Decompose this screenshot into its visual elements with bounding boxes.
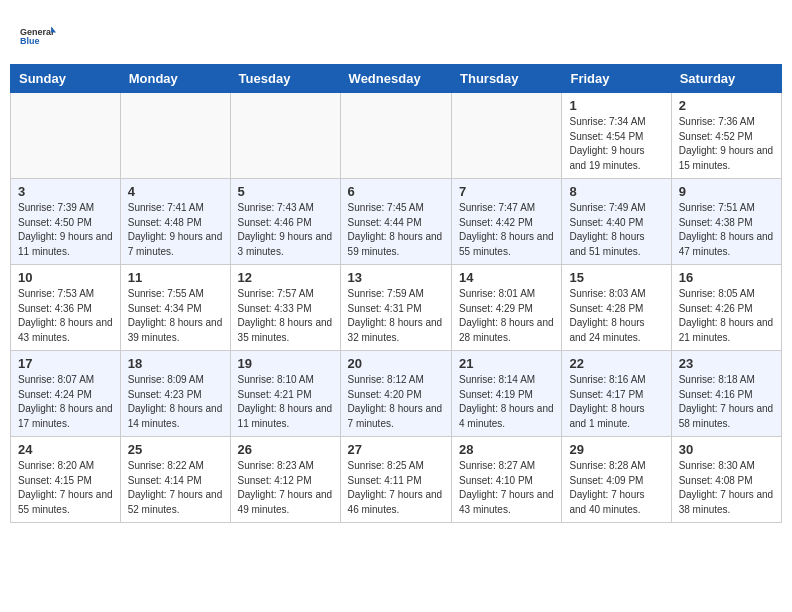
calendar-cell: 27Sunrise: 8:25 AM Sunset: 4:11 PM Dayli…	[340, 437, 451, 523]
day-info: Sunrise: 8:25 AM Sunset: 4:11 PM Dayligh…	[348, 459, 444, 517]
day-number: 7	[459, 184, 554, 199]
day-number: 19	[238, 356, 333, 371]
calendar-cell: 29Sunrise: 8:28 AM Sunset: 4:09 PM Dayli…	[562, 437, 671, 523]
calendar-cell: 12Sunrise: 7:57 AM Sunset: 4:33 PM Dayli…	[230, 265, 340, 351]
day-number: 28	[459, 442, 554, 457]
day-number: 24	[18, 442, 113, 457]
calendar-row-2: 10Sunrise: 7:53 AM Sunset: 4:36 PM Dayli…	[11, 265, 782, 351]
calendar-cell	[120, 93, 230, 179]
logo-svg: General Blue	[20, 18, 56, 54]
column-header-saturday: Saturday	[671, 65, 781, 93]
calendar-cell: 30Sunrise: 8:30 AM Sunset: 4:08 PM Dayli…	[671, 437, 781, 523]
calendar-cell	[11, 93, 121, 179]
calendar-cell: 8Sunrise: 7:49 AM Sunset: 4:40 PM Daylig…	[562, 179, 671, 265]
calendar-cell: 20Sunrise: 8:12 AM Sunset: 4:20 PM Dayli…	[340, 351, 451, 437]
day-number: 30	[679, 442, 774, 457]
calendar-cell: 6Sunrise: 7:45 AM Sunset: 4:44 PM Daylig…	[340, 179, 451, 265]
calendar-cell: 26Sunrise: 8:23 AM Sunset: 4:12 PM Dayli…	[230, 437, 340, 523]
day-info: Sunrise: 8:18 AM Sunset: 4:16 PM Dayligh…	[679, 373, 774, 431]
day-number: 4	[128, 184, 223, 199]
day-info: Sunrise: 8:22 AM Sunset: 4:14 PM Dayligh…	[128, 459, 223, 517]
day-info: Sunrise: 8:05 AM Sunset: 4:26 PM Dayligh…	[679, 287, 774, 345]
calendar-table: SundayMondayTuesdayWednesdayThursdayFrid…	[10, 64, 782, 523]
calendar-cell: 16Sunrise: 8:05 AM Sunset: 4:26 PM Dayli…	[671, 265, 781, 351]
calendar-cell: 19Sunrise: 8:10 AM Sunset: 4:21 PM Dayli…	[230, 351, 340, 437]
svg-text:General: General	[20, 27, 54, 37]
day-info: Sunrise: 8:30 AM Sunset: 4:08 PM Dayligh…	[679, 459, 774, 517]
day-info: Sunrise: 8:07 AM Sunset: 4:24 PM Dayligh…	[18, 373, 113, 431]
day-number: 9	[679, 184, 774, 199]
calendar-cell: 5Sunrise: 7:43 AM Sunset: 4:46 PM Daylig…	[230, 179, 340, 265]
day-info: Sunrise: 7:45 AM Sunset: 4:44 PM Dayligh…	[348, 201, 444, 259]
calendar-wrapper: SundayMondayTuesdayWednesdayThursdayFrid…	[0, 64, 792, 523]
calendar-cell	[452, 93, 562, 179]
column-header-friday: Friday	[562, 65, 671, 93]
calendar-cell: 4Sunrise: 7:41 AM Sunset: 4:48 PM Daylig…	[120, 179, 230, 265]
column-header-wednesday: Wednesday	[340, 65, 451, 93]
column-header-sunday: Sunday	[11, 65, 121, 93]
day-info: Sunrise: 8:23 AM Sunset: 4:12 PM Dayligh…	[238, 459, 333, 517]
day-number: 6	[348, 184, 444, 199]
calendar-cell: 14Sunrise: 8:01 AM Sunset: 4:29 PM Dayli…	[452, 265, 562, 351]
day-info: Sunrise: 7:51 AM Sunset: 4:38 PM Dayligh…	[679, 201, 774, 259]
day-info: Sunrise: 8:20 AM Sunset: 4:15 PM Dayligh…	[18, 459, 113, 517]
day-info: Sunrise: 7:39 AM Sunset: 4:50 PM Dayligh…	[18, 201, 113, 259]
day-number: 5	[238, 184, 333, 199]
day-number: 20	[348, 356, 444, 371]
day-info: Sunrise: 8:10 AM Sunset: 4:21 PM Dayligh…	[238, 373, 333, 431]
calendar-cell: 13Sunrise: 7:59 AM Sunset: 4:31 PM Dayli…	[340, 265, 451, 351]
header-row: SundayMondayTuesdayWednesdayThursdayFrid…	[11, 65, 782, 93]
calendar-body: 1Sunrise: 7:34 AM Sunset: 4:54 PM Daylig…	[11, 93, 782, 523]
day-number: 26	[238, 442, 333, 457]
calendar-cell: 24Sunrise: 8:20 AM Sunset: 4:15 PM Dayli…	[11, 437, 121, 523]
day-info: Sunrise: 7:34 AM Sunset: 4:54 PM Dayligh…	[569, 115, 663, 173]
day-info: Sunrise: 8:09 AM Sunset: 4:23 PM Dayligh…	[128, 373, 223, 431]
day-info: Sunrise: 8:01 AM Sunset: 4:29 PM Dayligh…	[459, 287, 554, 345]
day-info: Sunrise: 7:36 AM Sunset: 4:52 PM Dayligh…	[679, 115, 774, 173]
day-info: Sunrise: 7:59 AM Sunset: 4:31 PM Dayligh…	[348, 287, 444, 345]
day-number: 23	[679, 356, 774, 371]
day-number: 10	[18, 270, 113, 285]
day-number: 16	[679, 270, 774, 285]
day-number: 13	[348, 270, 444, 285]
calendar-cell: 28Sunrise: 8:27 AM Sunset: 4:10 PM Dayli…	[452, 437, 562, 523]
calendar-row-1: 3Sunrise: 7:39 AM Sunset: 4:50 PM Daylig…	[11, 179, 782, 265]
column-header-tuesday: Tuesday	[230, 65, 340, 93]
day-info: Sunrise: 8:03 AM Sunset: 4:28 PM Dayligh…	[569, 287, 663, 345]
calendar-row-4: 24Sunrise: 8:20 AM Sunset: 4:15 PM Dayli…	[11, 437, 782, 523]
calendar-cell: 2Sunrise: 7:36 AM Sunset: 4:52 PM Daylig…	[671, 93, 781, 179]
day-info: Sunrise: 7:57 AM Sunset: 4:33 PM Dayligh…	[238, 287, 333, 345]
calendar-cell: 23Sunrise: 8:18 AM Sunset: 4:16 PM Dayli…	[671, 351, 781, 437]
calendar-header: SundayMondayTuesdayWednesdayThursdayFrid…	[11, 65, 782, 93]
day-info: Sunrise: 7:43 AM Sunset: 4:46 PM Dayligh…	[238, 201, 333, 259]
day-number: 17	[18, 356, 113, 371]
calendar-cell: 10Sunrise: 7:53 AM Sunset: 4:36 PM Dayli…	[11, 265, 121, 351]
calendar-cell: 15Sunrise: 8:03 AM Sunset: 4:28 PM Dayli…	[562, 265, 671, 351]
day-info: Sunrise: 8:27 AM Sunset: 4:10 PM Dayligh…	[459, 459, 554, 517]
day-number: 18	[128, 356, 223, 371]
day-number: 27	[348, 442, 444, 457]
day-number: 8	[569, 184, 663, 199]
day-info: Sunrise: 7:41 AM Sunset: 4:48 PM Dayligh…	[128, 201, 223, 259]
calendar-cell: 1Sunrise: 7:34 AM Sunset: 4:54 PM Daylig…	[562, 93, 671, 179]
logo: General Blue	[20, 18, 56, 54]
calendar-row-3: 17Sunrise: 8:07 AM Sunset: 4:24 PM Dayli…	[11, 351, 782, 437]
calendar-cell: 3Sunrise: 7:39 AM Sunset: 4:50 PM Daylig…	[11, 179, 121, 265]
calendar-cell: 17Sunrise: 8:07 AM Sunset: 4:24 PM Dayli…	[11, 351, 121, 437]
day-info: Sunrise: 8:12 AM Sunset: 4:20 PM Dayligh…	[348, 373, 444, 431]
page-header: General Blue	[0, 0, 792, 64]
calendar-cell: 18Sunrise: 8:09 AM Sunset: 4:23 PM Dayli…	[120, 351, 230, 437]
calendar-cell	[340, 93, 451, 179]
day-number: 3	[18, 184, 113, 199]
day-number: 22	[569, 356, 663, 371]
day-number: 25	[128, 442, 223, 457]
column-header-monday: Monday	[120, 65, 230, 93]
column-header-thursday: Thursday	[452, 65, 562, 93]
day-number: 11	[128, 270, 223, 285]
calendar-cell	[230, 93, 340, 179]
day-number: 29	[569, 442, 663, 457]
day-info: Sunrise: 7:47 AM Sunset: 4:42 PM Dayligh…	[459, 201, 554, 259]
calendar-cell: 9Sunrise: 7:51 AM Sunset: 4:38 PM Daylig…	[671, 179, 781, 265]
day-number: 2	[679, 98, 774, 113]
day-info: Sunrise: 7:55 AM Sunset: 4:34 PM Dayligh…	[128, 287, 223, 345]
